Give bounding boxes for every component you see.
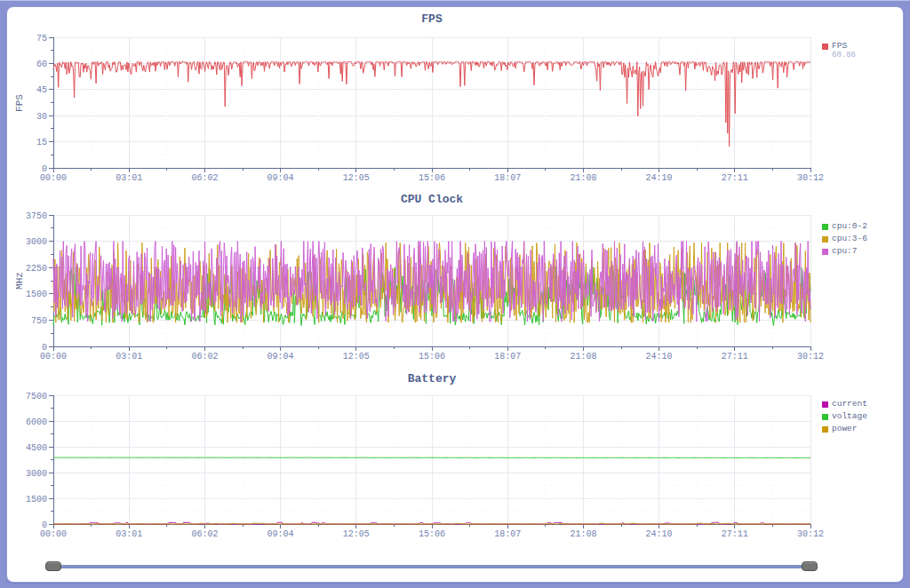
fps-chart-title: FPS [53,12,810,26]
y-tick-label: 0 [42,520,47,530]
x-tick-label: 06:02 [191,173,218,183]
performance-report-page: {"page":{"frame_color":"#8a93d2","panel_… [0,0,910,588]
y-tick-label: 2250 [26,264,47,274]
x-tick-label: 24:10 [646,352,673,362]
x-tick-label: 27:11 [722,173,748,183]
y-tick-label: 1500 [26,290,47,299]
x-tick-label: 18:07 [494,529,521,539]
legend-current-value: 60.86 [832,51,856,60]
x-tick-label: 00:00 [40,352,67,362]
legend-label: cpu:3-6 [832,233,867,245]
x-tick-label: 03:01 [116,173,142,183]
legend-item-voltage[interactable]: voltage [822,410,867,423]
y-tick-label: 6000 [26,417,47,427]
fps-plot: 0153045607500:0003:0106:0209:0412:0515:0… [36,34,824,184]
legend-swatch [822,414,828,420]
x-tick-label: 12:05 [343,352,370,362]
legend-swatch [822,426,828,433]
y-tick-label: 60 [36,60,47,69]
legend-label: current [832,398,867,410]
x-tick-label: 18:07 [494,173,521,183]
legend-swatch [822,236,828,242]
legend-item-current[interactable]: current [822,398,867,410]
series-voltage [53,457,810,458]
legend-label: cpu:7 [832,245,858,258]
frame-top-highlight [0,0,910,1]
x-tick-label: 12:05 [343,529,370,539]
x-tick-label: 09:04 [267,352,294,362]
slider-track[interactable] [53,565,810,568]
slider-handle-right[interactable] [802,561,818,571]
battery-chart-title: Battery [53,372,810,385]
y-tick-label: 0 [42,343,47,353]
legend-label: power [832,423,858,435]
x-tick-label: 24:10 [646,529,673,539]
cpu-chart-title: CPU Clock [53,193,810,206]
y-tick-label: 1500 [26,495,47,505]
x-tick-label: 00:00 [40,173,67,183]
x-tick-label: 06:02 [191,529,218,539]
x-tick-label: 06:02 [191,352,218,362]
x-tick-label: 15:06 [419,173,445,183]
x-tick-label: 21:08 [570,173,596,183]
y-tick-label: 4500 [26,443,47,453]
report-panel: 0153045607500:0003:0106:0209:0412:0515:0… [7,7,903,582]
y-tick-label: 7500 [26,392,47,401]
legend-label: cpu:0-2 [832,220,867,233]
legend-swatch [822,249,828,255]
x-tick-label: 03:01 [116,529,142,539]
slider-handle-left[interactable] [45,561,61,571]
legend-item-power[interactable]: power [822,423,867,435]
y-tick-label: 75 [36,34,47,44]
legend-item-cpu-7[interactable]: cpu:7 [822,245,867,258]
legend-swatch [822,224,828,230]
charts-plot-area: 0153045607500:0003:0106:0209:0412:0515:0… [7,7,903,582]
x-tick-label: 27:11 [722,529,748,539]
x-tick-label: 15:06 [419,529,445,539]
x-tick-label: 03:01 [116,352,142,362]
y-tick-label: 750 [31,316,47,326]
legend-item-cpu-3-6[interactable]: cpu:3-6 [822,233,867,245]
y-tick-label: 3000 [26,237,47,247]
cpu-legend: cpu:0-2cpu:3-6cpu:7 [822,220,867,258]
legend-label: voltage [832,410,867,423]
x-tick-label: 18:07 [494,352,521,362]
y-tick-label: 15 [36,138,47,147]
x-tick-label: 27:11 [722,352,748,362]
x-tick-label: 30:12 [797,352,824,362]
legend-swatch [822,401,828,408]
y-tick-label: 3000 [26,469,47,479]
cpu-y-axis-title: MHz [14,272,25,290]
cpu-clock-plot: 0750150022503000375000:0003:0106:0209:04… [26,211,824,362]
x-tick-label: 30:12 [797,529,824,539]
x-tick-label: 21:08 [570,529,596,539]
x-tick-label: 21:08 [570,352,596,362]
battery-legend: currentvoltagepower [822,398,867,435]
x-tick-label: 15:06 [419,352,445,362]
fps-y-axis-title: FPS [14,94,25,112]
x-tick-label: 24:10 [646,173,673,183]
legend-swatch [822,44,828,50]
x-tick-label: 09:04 [267,173,294,183]
battery-plot: 01500300045006000750000:0003:0106:0209:0… [26,392,824,540]
y-tick-label: 30 [36,112,47,122]
x-tick-label: 00:00 [40,529,67,539]
x-tick-label: 09:04 [267,529,294,539]
x-tick-label: 12:05 [343,173,370,183]
legend-item-cpu-0-2[interactable]: cpu:0-2 [822,220,867,233]
fps-legend: FPS60.86 [822,40,856,60]
y-tick-label: 45 [36,85,47,95]
x-tick-label: 30:12 [797,173,824,183]
y-tick-label: 0 [42,164,47,174]
y-tick-label: 3750 [26,211,47,221]
